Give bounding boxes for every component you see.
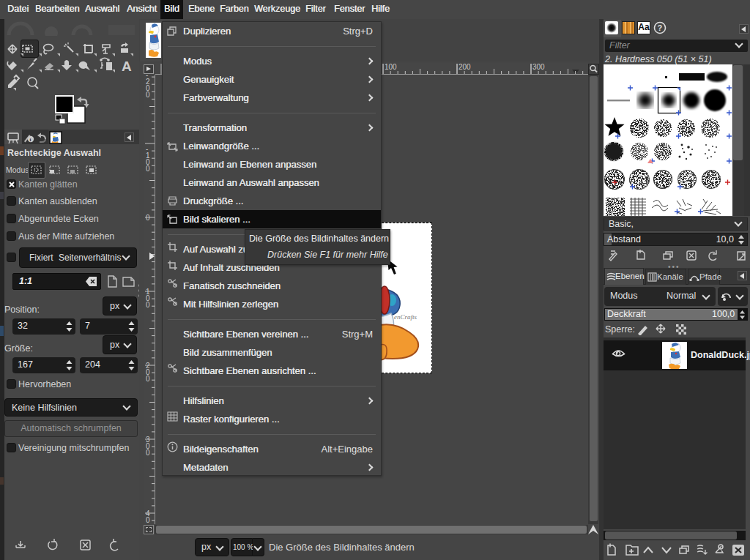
svg-text:0: 0 xyxy=(146,91,150,99)
svg-text:0: 0 xyxy=(146,165,150,173)
svg-text:A: A xyxy=(122,59,132,74)
svg-text:0: 0 xyxy=(146,449,150,457)
svg-text:enCrafts: enCrafts xyxy=(394,313,417,321)
svg-text:i: i xyxy=(30,137,31,143)
svg-text:0: 0 xyxy=(146,516,150,524)
svg-text:?: ? xyxy=(658,23,663,32)
svg-text:0: 0 xyxy=(146,375,150,383)
svg-text:0: 0 xyxy=(146,301,150,309)
